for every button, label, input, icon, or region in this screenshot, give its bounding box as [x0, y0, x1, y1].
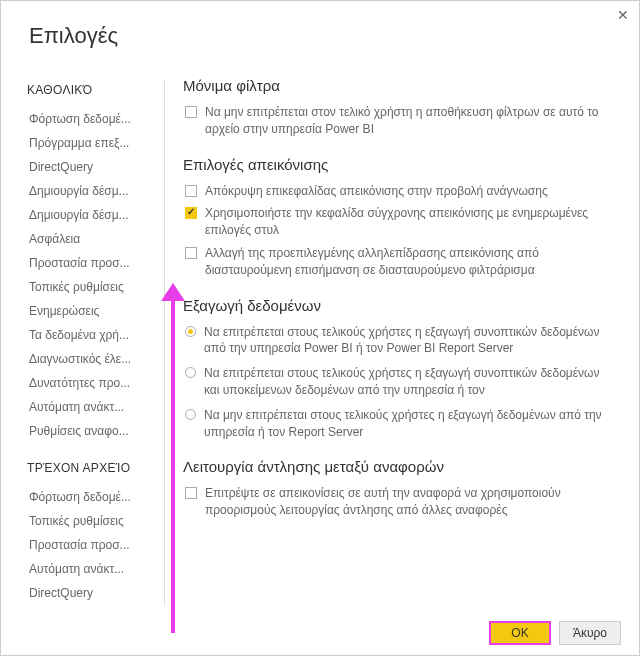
check-label: Να μην επιτρέπεται στον τελικό χρήστη η …	[205, 104, 617, 138]
nav-cf-autorecover[interactable]: Αυτόματη ανάκτ...	[27, 557, 145, 581]
checkbox-unchecked-icon	[185, 106, 197, 118]
radio-label: Να επιτρέπεται στους τελικούς χρήστες η …	[204, 365, 617, 399]
check-label: Επιτρέψτε σε απεικονίσεις σε αυτή την αν…	[205, 485, 617, 519]
radio-label: Να μην επιτρέπεται στους τελικούς χρήστε…	[204, 407, 617, 441]
nav-usage-data[interactable]: Τα δεδομένα χρή...	[27, 323, 145, 347]
checkbox-checked-icon	[185, 207, 197, 219]
checkbox-unchecked-icon	[185, 185, 197, 197]
radio-icon	[185, 409, 196, 420]
check-cross-report-drill[interactable]: Επιτρέψτε σε απεικονίσεις σε αυτή την αν…	[183, 485, 617, 519]
nav-cf-directquery[interactable]: DirectQuery	[27, 581, 145, 605]
nav-regional[interactable]: Τοπικές ρυθμίσεις	[27, 275, 145, 299]
group-cross-report-drill-title: Λειτουργία άντλησης μεταξύ αναφορών	[183, 458, 617, 475]
checkbox-unchecked-icon	[185, 487, 197, 499]
sidebar: ΚΑΘΟΛΙΚΌ Φόρτωση δεδομέ... Πρόγραμμα επε…	[1, 65, 159, 611]
check-hide-visual-header[interactable]: Απόκρυψη επικεφαλίδας απεικόνισης στην π…	[183, 183, 617, 200]
check-label: Αλλαγή της προεπιλεγμένης αλληλεπίδρασης…	[205, 245, 617, 279]
nav-autorecover[interactable]: Αυτόματη ανάκτ...	[27, 395, 145, 419]
cancel-button[interactable]: Άκυρο	[559, 621, 621, 645]
radio-selected-icon	[185, 326, 196, 337]
group-export-data-title: Εξαγωγή δεδομένων	[183, 297, 617, 314]
nav-security[interactable]: Ασφάλεια	[27, 227, 145, 251]
radio-label: Να επιτρέπεται στους τελικούς χρήστες η …	[204, 324, 617, 358]
check-cross-filter[interactable]: Αλλαγή της προεπιλεγμένης αλληλεπίδρασης…	[183, 245, 617, 279]
nav-cf-privacy[interactable]: Προστασία προσ...	[27, 533, 145, 557]
check-modern-visual-header[interactable]: Χρησιμοποιήστε την κεφαλίδα σύγχρονης απ…	[183, 205, 617, 239]
dialog-footer: OK Άκυρο	[489, 621, 621, 645]
nav-cf-data-load[interactable]: Φόρτωση δεδομέ...	[27, 485, 145, 509]
check-label: Χρησιμοποιήστε την κεφαλίδα σύγχρονης απ…	[205, 205, 617, 239]
radio-export-all[interactable]: Να επιτρέπεται στους τελικούς χρήστες η …	[183, 365, 617, 399]
nav-updates[interactable]: Ενημερώσεις	[27, 299, 145, 323]
dialog-title: Επιλογές	[1, 1, 639, 49]
radio-export-none[interactable]: Να μην επιτρέπεται στους τελικούς χρήστε…	[183, 407, 617, 441]
check-label: Απόκρυψη επικεφαλίδας απεικόνισης στην π…	[205, 183, 548, 200]
dialog-content: ΚΑΘΟΛΙΚΌ Φόρτωση δεδομέ... Πρόγραμμα επε…	[1, 65, 639, 611]
ok-button[interactable]: OK	[489, 621, 551, 645]
group-visual-options-title: Επιλογές απεικόνισης	[183, 156, 617, 173]
nav-scripting-2[interactable]: Δημιουργία δέσμ...	[27, 203, 145, 227]
group-persistent-filters-title: Μόνιμα φίλτρα	[183, 77, 617, 94]
check-persistent-filters[interactable]: Να μην επιτρέπεται στον τελικό χρήστη η …	[183, 104, 617, 138]
sidebar-section-global: ΚΑΘΟΛΙΚΌ	[27, 83, 159, 97]
sidebar-section-current: ΤΡΈΧΟΝ ΑΡΧΕΊΟ	[27, 461, 159, 475]
nav-scripting-1[interactable]: Δημιουργία δέσμ...	[27, 179, 145, 203]
checkbox-unchecked-icon	[185, 247, 197, 259]
nav-data-load[interactable]: Φόρτωση δεδομέ...	[27, 107, 145, 131]
nav-editor[interactable]: Πρόγραμμα επεξ...	[27, 131, 145, 155]
nav-cf-query-reduction[interactable]: Μείωση ερωτημ...	[27, 605, 145, 611]
radio-icon	[185, 367, 196, 378]
nav-privacy[interactable]: Προστασία προσ...	[27, 251, 145, 275]
options-dialog: ✕ Επιλογές ΚΑΘΟΛΙΚΌ Φόρτωση δεδομέ... Πρ…	[0, 0, 640, 656]
radio-export-summary[interactable]: Να επιτρέπεται στους τελικούς χρήστες η …	[183, 324, 617, 358]
main-panel: Μόνιμα φίλτρα Να μην επιτρέπεται στον τε…	[159, 65, 639, 611]
nav-cf-regional[interactable]: Τοπικές ρυθμίσεις	[27, 509, 145, 533]
nav-diagnostics[interactable]: Διαγνωστικός έλε...	[27, 347, 145, 371]
nav-report-settings-g[interactable]: Ρυθμίσεις αναφο...	[27, 419, 145, 443]
close-icon[interactable]: ✕	[617, 7, 629, 23]
nav-preview[interactable]: Δυνατότητες προ...	[27, 371, 145, 395]
nav-directquery[interactable]: DirectQuery	[27, 155, 145, 179]
